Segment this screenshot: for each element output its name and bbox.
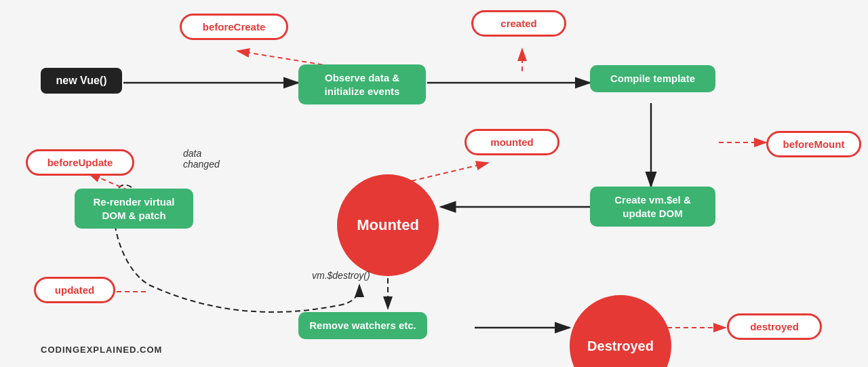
created-hook: created: [471, 10, 566, 37]
watermark: CODINGEXPLAINED.COM: [41, 345, 162, 355]
arrows-svg: [0, 0, 868, 367]
destroyed-hook: destroyed: [727, 313, 822, 340]
before-create-hook: beforeCreate: [180, 14, 288, 40]
remove-watchers-box: Remove watchers etc.: [298, 312, 427, 339]
mounted-circle: Mounted: [337, 174, 439, 276]
observe-data-box: Observe data & initialize events: [298, 64, 426, 104]
create-vm-box: Create vm.$el & update DOM: [590, 187, 715, 227]
lifecycle-diagram: new Vue() Observe data & initialize even…: [0, 0, 868, 367]
compile-template-box: Compile template: [590, 65, 715, 92]
updated-hook: updated: [34, 277, 115, 303]
data-changed-label: datachanged: [183, 148, 220, 170]
rerender-box: Re-render virtual DOM & patch: [75, 189, 193, 229]
before-update-hook: beforeUpdate: [26, 149, 134, 176]
mounted-hook: mounted: [465, 129, 559, 155]
before-mount-hook: beforeMount: [766, 131, 861, 157]
new-vue-box: new Vue(): [41, 68, 122, 94]
vm-destroy-label: vm.$destroy(): [312, 270, 370, 281]
destroyed-circle: Destroyed: [570, 295, 671, 367]
